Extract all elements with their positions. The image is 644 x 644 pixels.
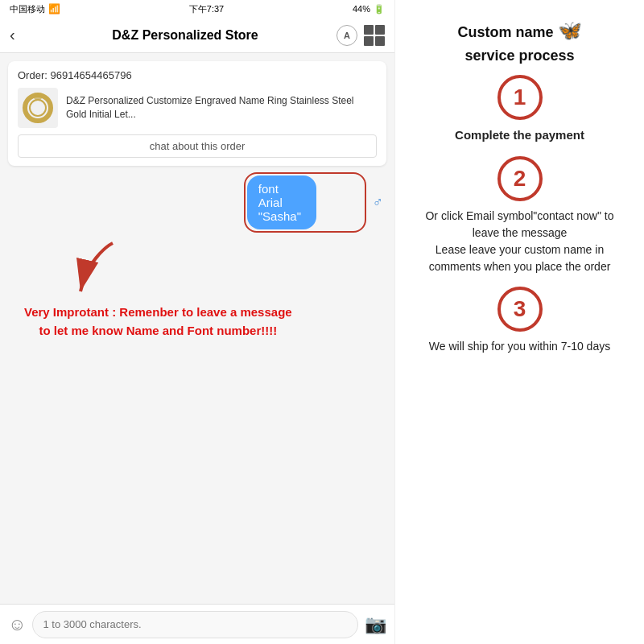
arrow-section: Very Improtant : Remenber to leave a mes… xyxy=(8,239,386,340)
step-1: 1 Complete the payment xyxy=(408,75,631,145)
step-1-number: 1 xyxy=(514,85,526,110)
product-title: D&Z Personalized Customize Engraved Name… xyxy=(66,94,377,122)
back-button[interactable]: ‹ xyxy=(10,26,34,44)
nav-icon-grid[interactable] xyxy=(364,25,385,46)
camera-button[interactable]: 📷 xyxy=(365,614,386,635)
step-3-text: We will ship for you within 7-10 days xyxy=(426,338,613,355)
message-row: font Arial "Sasha" ♂ xyxy=(8,172,386,233)
carrier-label: 中国移动 xyxy=(10,3,45,15)
emoji-button[interactable]: ☺ xyxy=(8,614,26,635)
step-2-circle: 2 xyxy=(497,156,543,201)
order-item: D&Z Personalized Customize Engraved Name… xyxy=(18,88,377,128)
important-text: Very Improtant : Remenber to leave a mes… xyxy=(16,303,300,340)
arrow-svg xyxy=(64,239,145,303)
order-card: Order: 96914654465796 D&Z Personalized C… xyxy=(8,61,386,166)
nav-title: D&Z Personalized Store xyxy=(40,28,330,43)
step-1-circle: 1 xyxy=(497,75,543,120)
order-label: Order: xyxy=(18,69,47,81)
step-2-text: Or click Email symbol"contact now" to le… xyxy=(408,208,631,275)
step-1-text: Complete the payment xyxy=(452,126,588,145)
important-line2: to let me know Name and Font number!!!! xyxy=(39,324,277,337)
message-input[interactable] xyxy=(32,611,358,638)
wifi-icon: 📶 xyxy=(48,3,60,14)
chat-panel: 中国移动 📶 下午7:37 44% 🔋 ‹ D&Z Personalized S… xyxy=(0,0,394,644)
step-2: 2 Or click Email symbol"contact now" to … xyxy=(408,156,631,275)
product-image xyxy=(18,88,58,128)
nav-icons: A xyxy=(336,25,385,46)
chat-area: Order: 96914654465796 D&Z Personalized C… xyxy=(0,53,394,604)
message-bubble: font Arial "Sasha" xyxy=(247,175,316,229)
order-number: Order: 96914654465796 xyxy=(18,69,377,81)
battery-label: 44% xyxy=(353,4,370,14)
gender-icon: ♂ xyxy=(373,194,384,211)
status-right: 44% 🔋 xyxy=(353,4,385,14)
step-3-circle: 3 xyxy=(497,287,543,332)
butterfly-icon: 🦋 xyxy=(558,19,582,41)
ring-svg xyxy=(19,89,56,126)
title-line2: service process xyxy=(464,45,574,67)
nav-icon-a[interactable]: A xyxy=(336,25,357,46)
step-3: 3 We will ship for you within 7-10 days xyxy=(408,287,631,355)
service-title: Custom name 🦋 service process xyxy=(408,16,631,67)
input-bar: ☺ 📷 xyxy=(0,604,394,644)
important-line1: Very Improtant : Remenber to leave a mes… xyxy=(24,305,292,319)
title-line1: Custom name xyxy=(457,24,553,40)
order-number-value: 96914654465796 xyxy=(50,69,131,81)
battery-icon: 🔋 xyxy=(374,4,385,14)
status-left: 中国移动 📶 xyxy=(10,3,60,15)
service-title-text: Custom name 🦋 service process xyxy=(457,16,581,67)
status-bar: 中国移动 📶 下午7:37 44% 🔋 xyxy=(0,0,394,18)
svg-point-1 xyxy=(30,100,46,116)
nav-bar: ‹ D&Z Personalized Store A xyxy=(0,18,394,53)
bubble-highlight-box: font Arial "Sasha" xyxy=(244,172,366,233)
chat-order-button[interactable]: chat about this order xyxy=(18,134,377,158)
svg-point-2 xyxy=(34,94,42,101)
status-time: 下午7:37 xyxy=(189,3,224,15)
step-2-number: 2 xyxy=(514,166,526,192)
right-panel: Custom name 🦋 service process 1 Complete… xyxy=(394,0,644,644)
step-3-number: 3 xyxy=(514,296,526,322)
